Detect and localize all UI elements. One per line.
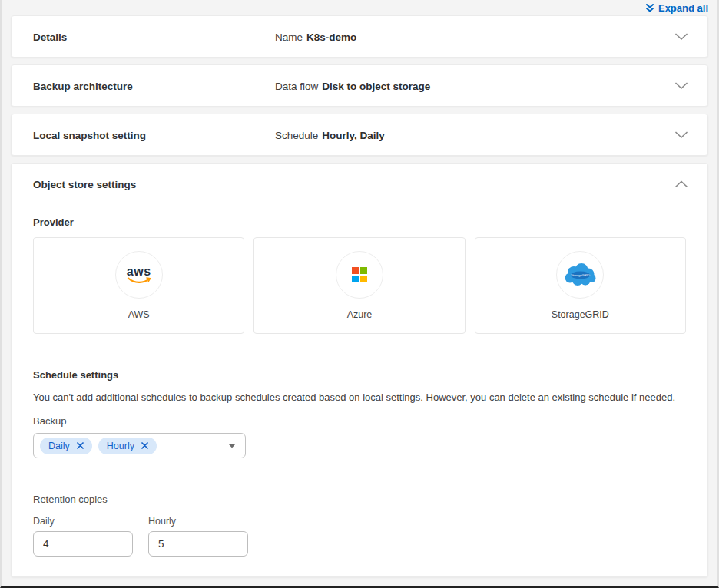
retention-fields: Daily Hourly [33,516,686,557]
chip-remove-x-icon[interactable] [77,442,84,449]
expand-all-link[interactable]: Expand all [645,2,708,14]
chip-label: Hourly [107,441,134,451]
retention-field-hourly: Hourly [148,516,248,557]
accordion-title: Backup architecture [33,80,133,91]
retention-field-daily: Daily [33,516,133,557]
storagegrid-logo-circle: StorageGRID [556,251,604,299]
schedule-settings-note: You can't add additional schedules to ba… [33,391,686,403]
chevron-down-icon[interactable] [675,33,688,41]
accordion-summary: Name K8s-demo [275,31,356,42]
summary-label: Data flow [275,80,318,91]
backup-chip-hourly: Hourly [98,438,157,454]
accordion-title: Details [33,31,67,42]
provider-card-aws[interactable]: aws AWS [33,237,244,334]
provider-name: StorageGRID [552,309,609,320]
accordion-title: Object store settings [33,178,136,190]
accordion-summary: Schedule Hourly, Daily [275,129,385,140]
retention-daily-input[interactable] [33,531,133,557]
backup-chip-daily: Daily [40,438,92,454]
summary-value: Hourly, Daily [322,129,385,140]
summary-value: K8s-demo [306,31,356,42]
accordion-title: Local snapshot setting [33,129,146,140]
aws-logo-text: aws [127,266,151,277]
storagegrid-logo-text: StorageGRID [571,273,590,277]
storagegrid-cloud-icon: StorageGRID [562,263,598,287]
provider-cards: aws AWS [33,237,686,334]
summary-label: Name [275,31,303,42]
chevron-down-icon[interactable] [675,82,688,90]
chevron-up-icon[interactable] [675,180,688,188]
accordion-local-snapshot-header[interactable]: Local snapshot setting Schedule Hourly, … [12,114,707,155]
chip-label: Daily [48,441,70,451]
chevron-down-icon[interactable] [675,131,688,139]
provider-label: Provider [33,216,686,228]
aws-smile-icon [127,277,151,284]
microsoft-squares-icon [352,267,367,282]
chip-remove-x-icon[interactable] [141,442,148,449]
accordion-object-store: Object store settings Provider aws [11,163,708,577]
backup-settings-page: Expand all Details Name K8s-demo Backup … [2,0,717,577]
azure-logo-circle [336,251,383,299]
retention-hourly-label: Hourly [148,516,248,527]
object-store-body: Provider aws AWS [12,216,707,576]
accordion-summary: Data flow Disk to object storage [275,80,430,91]
provider-card-storagegrid[interactable]: StorageGRID StorageGRID [475,237,686,334]
summary-value: Disk to object storage [322,80,430,91]
aws-logo-icon: aws [127,266,151,284]
accordion-details-header[interactable]: Details Name K8s-demo [12,16,707,57]
accordion-backup-architecture-header[interactable]: Backup architecture Data flow Disk to ob… [12,65,707,106]
accordion-backup-architecture: Backup architecture Data flow Disk to ob… [11,64,708,107]
provider-name: Azure [347,309,373,320]
accordion-local-snapshot: Local snapshot setting Schedule Hourly, … [11,114,708,156]
retention-daily-label: Daily [33,516,133,527]
schedule-settings-heading: Schedule settings [33,369,686,381]
accordion-object-store-header[interactable]: Object store settings [12,164,707,204]
accordion-details: Details Name K8s-demo [11,15,708,58]
aws-logo-circle: aws [115,251,163,299]
backup-select-label: Backup [33,415,686,427]
retention-copies-heading: Retention copies [33,494,686,505]
double-chevron-down-icon [645,3,654,13]
backup-multi-select[interactable]: Daily Hourly [33,433,246,458]
provider-name: AWS [128,309,150,320]
expand-all-label: Expand all [658,2,708,14]
summary-label: Schedule [275,129,318,140]
retention-hourly-input[interactable] [148,531,248,557]
provider-card-azure[interactable]: Azure [253,237,465,334]
caret-down-icon[interactable] [228,444,236,448]
